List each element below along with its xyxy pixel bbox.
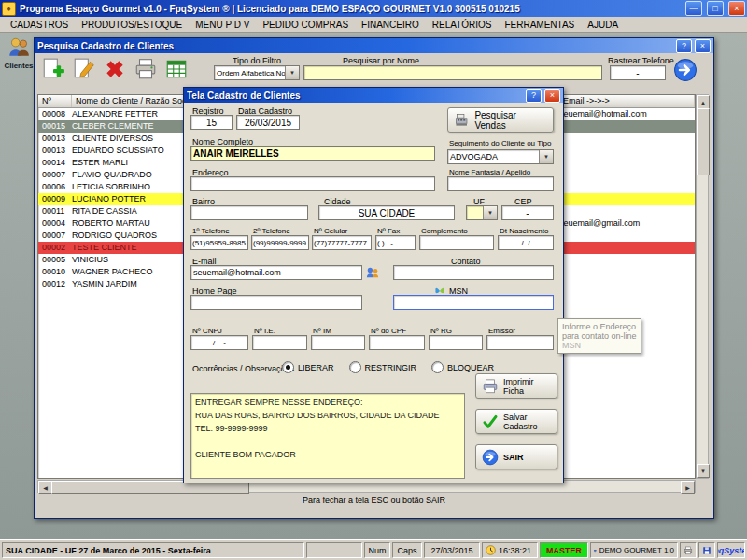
nascimento-field[interactable] bbox=[498, 235, 554, 250]
salvar-cadastro-button[interactable]: Salvar Cadastro bbox=[475, 409, 557, 434]
msn-field[interactable] bbox=[393, 295, 554, 310]
scroll-left-icon[interactable]: ◀ bbox=[38, 481, 52, 494]
radio-circle-icon[interactable] bbox=[282, 361, 294, 373]
emissor-field[interactable] bbox=[486, 335, 554, 350]
email-field[interactable] bbox=[190, 265, 362, 280]
status-disk-cell[interactable] bbox=[698, 542, 715, 558]
cadastro-help-button[interactable]: ? bbox=[526, 89, 542, 103]
ie-field[interactable] bbox=[252, 335, 307, 350]
data-cadastro-field[interactable] bbox=[236, 115, 300, 130]
maximize-button[interactable]: □ bbox=[707, 1, 724, 16]
menu-item-ferramentas[interactable]: FERRAMENTAS bbox=[498, 19, 581, 31]
exit-arrow-icon bbox=[482, 449, 499, 466]
nome-completo-field[interactable] bbox=[190, 146, 435, 161]
seguimento-select[interactable]: ADVOGADA ▼ bbox=[447, 149, 554, 164]
cpf-field[interactable] bbox=[369, 335, 425, 350]
clock-icon bbox=[486, 545, 496, 555]
fantasia-field[interactable] bbox=[447, 176, 554, 191]
status-spacer bbox=[306, 542, 362, 558]
phone-search-input[interactable] bbox=[610, 65, 666, 80]
pesquisar-vendas-button[interactable]: Pesquisar Vendas bbox=[447, 107, 554, 133]
seguimento-label: Seguimento do Cliente ou Tipo bbox=[449, 139, 551, 147]
printer-icon bbox=[684, 545, 693, 556]
column-header-num[interactable]: Nº bbox=[38, 95, 72, 107]
chevron-down-icon[interactable]: ▼ bbox=[539, 150, 553, 163]
celular-field[interactable] bbox=[312, 235, 372, 250]
fax-field[interactable] bbox=[375, 235, 416, 250]
delete-client-button[interactable] bbox=[102, 56, 128, 82]
search-input[interactable] bbox=[303, 65, 602, 80]
pesquisa-help-button[interactable]: ? bbox=[676, 39, 692, 53]
menu-item-financeiro[interactable]: FINANCEIRO bbox=[355, 19, 426, 31]
menu-item-produtos-estoque[interactable]: PRODUTOS/ESTOQUE bbox=[75, 19, 189, 31]
add-client-button[interactable] bbox=[40, 56, 66, 82]
menu-item-pedido-compras[interactable]: PEDIDO COMPRAS bbox=[256, 19, 355, 31]
filter-select[interactable]: Ordem Alfabetica Nome ▼ bbox=[214, 65, 300, 80]
chevron-down-icon[interactable]: ▼ bbox=[285, 66, 299, 79]
cadastro-close-button[interactable]: × bbox=[544, 89, 560, 103]
contato-field[interactable] bbox=[393, 265, 554, 280]
tel2-label: 2º Telefone bbox=[253, 227, 290, 235]
column-header-email[interactable]: Email ->->-> bbox=[559, 95, 695, 107]
phone-search-go-button[interactable] bbox=[673, 58, 698, 82]
celular-label: Nº Celular bbox=[314, 227, 347, 235]
print-list-button[interactable] bbox=[133, 56, 159, 82]
radio-bloquear[interactable]: BLOQUEAR bbox=[431, 361, 494, 373]
complemento-label: Complemento bbox=[421, 227, 468, 235]
app-title: Programa Espaço Gourmet v1.0 - FpqSystem… bbox=[20, 4, 681, 14]
emissor-label: Emissor bbox=[488, 327, 515, 335]
tel2-field[interactable] bbox=[251, 235, 309, 250]
tooltip-text-msn: MSN bbox=[562, 341, 581, 350]
endereco-field[interactable] bbox=[190, 176, 435, 191]
edit-icon bbox=[72, 57, 96, 81]
menu-bar: CADASTROSPRODUTOS/ESTOQUEMENU P D VPEDID… bbox=[0, 17, 747, 33]
status-printer-cell[interactable] bbox=[680, 542, 697, 558]
tel1-label: 1º Telefone bbox=[192, 227, 230, 235]
imprimir-ficha-button[interactable]: Imprimir Ficha bbox=[475, 373, 557, 399]
homepage-field[interactable] bbox=[190, 295, 362, 310]
radio-restringir[interactable]: RESTRINGIR bbox=[349, 361, 417, 373]
seguimento-value: ADVOGADA bbox=[448, 152, 539, 161]
complemento-field[interactable] bbox=[419, 235, 494, 250]
scroll-down-icon[interactable]: ▼ bbox=[697, 464, 710, 478]
radio-circle-icon[interactable] bbox=[431, 361, 444, 373]
menu-item-cadastros[interactable]: CADASTROS bbox=[4, 19, 75, 31]
close-button[interactable]: × bbox=[728, 1, 745, 16]
add-icon bbox=[41, 57, 65, 81]
phone-label: Rastrear Telefone bbox=[608, 56, 674, 65]
tel1-field[interactable] bbox=[190, 235, 248, 250]
registro-field[interactable] bbox=[190, 115, 233, 130]
clientes-shortcut-button[interactable]: Clientes bbox=[2, 35, 35, 81]
menu-item-ajuda[interactable]: AJUDA bbox=[581, 19, 625, 31]
filter-label: Tipo do Filtro bbox=[218, 56, 296, 65]
sair-button[interactable]: SAIR bbox=[475, 444, 557, 469]
uf-select[interactable]: ▼ bbox=[466, 205, 498, 220]
cidade-field[interactable] bbox=[318, 205, 455, 220]
grid-vscrollbar[interactable]: ▲ ▼ bbox=[696, 94, 709, 479]
delete-icon bbox=[103, 57, 127, 81]
pesquisa-close-button[interactable]: × bbox=[695, 39, 711, 53]
radio-circle-icon[interactable] bbox=[349, 361, 361, 373]
cash-register-icon bbox=[454, 112, 469, 128]
scroll-right-icon[interactable]: ▶ bbox=[681, 481, 695, 494]
minimize-button[interactable]: — bbox=[685, 1, 702, 16]
cnpj-field[interactable] bbox=[190, 335, 248, 350]
chevron-down-icon[interactable]: ▼ bbox=[483, 206, 497, 219]
clientes-shortcut-label: Clientes bbox=[3, 62, 35, 70]
radio-liberar[interactable]: LIBERAR bbox=[282, 361, 334, 373]
report-grid-button[interactable] bbox=[163, 56, 190, 82]
edit-client-button[interactable] bbox=[71, 56, 97, 82]
observacoes-textarea[interactable]: ENTREGAR SEMPRE NESSE ENDEREÇO: RUA DAS … bbox=[190, 393, 465, 479]
im-field[interactable] bbox=[311, 335, 365, 350]
menu-item-menu-p-d-v[interactable]: MENU P D V bbox=[189, 19, 256, 31]
rg-field[interactable] bbox=[429, 335, 483, 350]
cadastro-dialog: Tela Cadastro de Clientes ? × Registro D… bbox=[183, 87, 564, 483]
scroll-up-icon[interactable]: ▲ bbox=[697, 95, 710, 109]
sair-label: SAIR bbox=[503, 453, 524, 462]
filter-value: Ordem Alfabetica Nome bbox=[215, 69, 285, 77]
bairro-field[interactable] bbox=[190, 205, 308, 220]
cep-field[interactable] bbox=[501, 205, 554, 220]
vscroll-thumb[interactable] bbox=[697, 108, 710, 175]
app-icon: ♦ bbox=[2, 2, 16, 16]
menu-item-relat-rios[interactable]: RELATÓRIOS bbox=[426, 19, 499, 31]
